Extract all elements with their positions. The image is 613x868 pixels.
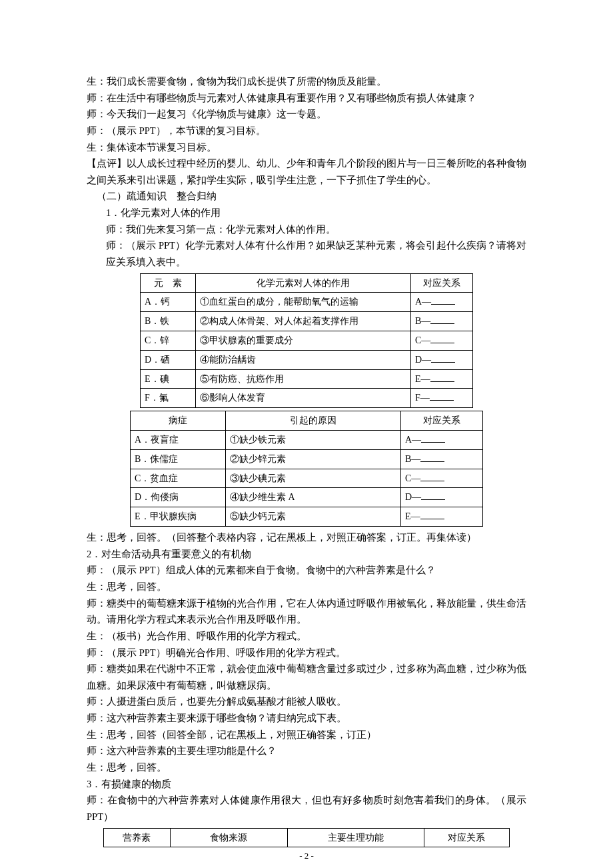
table-row: E．甲状腺疾病 ⑤缺少钙元素 E— <box>131 507 483 527</box>
para-teacher-12: 师：这六种营养素的主要生理功能是什么？ <box>87 743 526 759</box>
cell-answer: D— <box>401 488 483 507</box>
th-element: 元 素 <box>141 273 196 293</box>
table-row: E．碘 ⑤有防癌、抗癌作用 E— <box>141 369 473 389</box>
th-function: 主要生理功能 <box>287 828 424 847</box>
cell-answer: D— <box>411 350 473 369</box>
subsection-2: 2．对生命活动具有重要意义的有机物 <box>87 546 526 563</box>
para-student-4: 生：思考，回答。 <box>87 579 526 595</box>
cell: D．佝偻病 <box>131 488 226 507</box>
cell-answer: B— <box>401 449 483 469</box>
cell: ⑤缺少钙元素 <box>226 507 401 527</box>
para-student-2: 生：集体读本节课复习目标。 <box>87 139 526 156</box>
th-disease: 病症 <box>131 411 226 431</box>
para-teacher-2: 师：今天我们一起复习《化学物质与健康》这一专题。 <box>87 106 526 123</box>
cell: ③甲状腺素的重要成分 <box>196 331 411 351</box>
cell-answer: C— <box>401 469 483 488</box>
para-teacher-3: 师：（展示 PPT），本节课的复习目标。 <box>87 123 526 139</box>
para-student-6: 生：思考，回答（回答全部，记在黑板上，对照正确答案，订正） <box>87 727 526 743</box>
para-teacher-11: 师：这六种营养素主要来源于哪些食物？请归纳完成下表。 <box>87 710 526 727</box>
para-teacher-13: 师：在食物中的六种营养素对人体健康作用很大，但也有好多物质时刻危害着我们的身体。… <box>87 792 526 825</box>
cell-answer: B— <box>411 312 473 331</box>
cell: ①血红蛋白的成分，能帮助氧气的运输 <box>196 293 411 312</box>
cell-answer: F— <box>411 389 473 408</box>
page: 生：我们成长需要食物，食物为我们成长提供了所需的物质及能量。 师：在生活中有哪些… <box>0 0 613 868</box>
para-teacher-9: 师：糖类如果在代谢中不正常，就会使血液中葡萄糖含量过多或过少，过多称为高血糖，过… <box>87 661 526 693</box>
para-student-7: 生：思考，回答。 <box>87 759 526 776</box>
cell: B．铁 <box>141 312 196 331</box>
cell: ④缺少维生素 A <box>226 488 401 507</box>
table-row: C．锌 ③甲状腺素的重要成分 C— <box>141 331 473 351</box>
table-row: F．氟 ⑥影响人体发育 F— <box>141 389 473 408</box>
para-teacher-4: 师：我们先来复习第一点：化学元素对人体的作用。 <box>87 221 526 238</box>
table-row: 营养素 食物来源 主要生理功能 对应关系 <box>104 828 510 847</box>
cell-answer: A— <box>411 293 473 312</box>
para-teacher-6: 师：（展示 PPT）组成人体的元素都来自于食物。食物中的六种营养素是什么？ <box>87 562 526 579</box>
table-elements: 元 素 化学元素对人体的作用 对应关系 A．钙 ①血红蛋白的成分，能帮助氧气的运… <box>140 273 473 409</box>
cell: A．钙 <box>141 293 196 312</box>
cell: A．夜盲症 <box>131 431 226 450</box>
th-relation: 对应关系 <box>411 273 473 293</box>
table-row: D．佝偻病 ④缺少维生素 A D— <box>131 488 483 507</box>
th-relation: 对应关系 <box>401 411 483 431</box>
cell: B．侏儒症 <box>131 449 226 469</box>
section-heading-2: （二）疏通知识 整合归纳 <box>87 188 526 205</box>
cell-answer: E— <box>401 507 483 527</box>
para-student-3: 生：思考，回答。（回答整个表格内容，记在黑板上，对照正确答案，订正。再集体读） <box>87 529 526 546</box>
table-row: 元 素 化学元素对人体的作用 对应关系 <box>141 273 473 293</box>
table-diseases: 病症 引起的原因 对应关系 A．夜盲症 ①缺少铁元素 A— B．侏儒症 ②缺少锌… <box>130 411 483 527</box>
cell: ⑤有防癌、抗癌作用 <box>196 369 411 389</box>
subsection-1: 1．化学元素对人体的作用 <box>87 205 526 221</box>
cell: C．贫血症 <box>131 469 226 488</box>
para-teacher-10: 师：人摄进蛋白质后，也要先分解成氨基酸才能被人吸收。 <box>87 693 526 710</box>
table-row: D．硒 ④能防治龋齿 D— <box>141 350 473 369</box>
cell-answer: C— <box>411 331 473 351</box>
cell: D．硒 <box>141 350 196 369</box>
para-teacher-5: 师：（展示 PPT）化学元素对人体有什么作用？如果缺乏某种元素，将会引起什么疾病… <box>87 237 526 270</box>
cell: ④能防治龋齿 <box>196 350 411 369</box>
para-comment: 【点评】以人成长过程中经历的婴儿、幼儿、少年和青年几个阶段的图片与一日三餐所吃的… <box>87 155 526 188</box>
cell: C．锌 <box>141 331 196 351</box>
th-source: 食物来源 <box>170 828 287 847</box>
para-teacher-1: 师：在生活中有哪些物质与元素对人体健康具有重要作用？又有哪些物质有损人体健康？ <box>87 90 526 107</box>
th-effect: 化学元素对人体的作用 <box>196 273 411 293</box>
cell: ①缺少铁元素 <box>226 431 401 450</box>
cell: ②缺少锌元素 <box>226 449 401 469</box>
subsection-3: 3．有损健康的物质 <box>87 776 526 793</box>
table-row: A．夜盲症 ①缺少铁元素 A— <box>131 431 483 450</box>
cell-answer: A— <box>401 431 483 450</box>
table-nutrients-header: 营养素 食物来源 主要生理功能 对应关系 <box>103 828 510 848</box>
cell-answer: E— <box>411 369 473 389</box>
th-nutrient: 营养素 <box>104 828 171 847</box>
table-row: B．铁 ②构成人体骨架、对人体起着支撑作用 B— <box>141 312 473 331</box>
table-row: A．钙 ①血红蛋白的成分，能帮助氧气的运输 A— <box>141 293 473 312</box>
cell: E．甲状腺疾病 <box>131 507 226 527</box>
table-row: 病症 引起的原因 对应关系 <box>131 411 483 431</box>
table-row: B．侏儒症 ②缺少锌元素 B— <box>131 449 483 469</box>
cell: ②构成人体骨架、对人体起着支撑作用 <box>196 312 411 331</box>
table-row: C．贫血症 ③缺少碘元素 C— <box>131 469 483 488</box>
cell: ⑥影响人体发育 <box>196 389 411 408</box>
cell: F．氟 <box>141 389 196 408</box>
para-teacher-7: 师：糖类中的葡萄糖来源于植物的光合作用，它在人体内通过呼吸作用被氧化，释放能量，… <box>87 595 526 628</box>
para-teacher-8: 师：（展示 PPT）明确光合作用、呼吸作用的化学方程式。 <box>87 645 526 661</box>
th-cause: 引起的原因 <box>226 411 401 431</box>
page-number: - 2 - <box>0 849 613 863</box>
para-student-5: 生：（板书）光合作用、呼吸作用的化学方程式。 <box>87 628 526 645</box>
th-relation: 对应关系 <box>424 828 509 847</box>
para-student-1: 生：我们成长需要食物，食物为我们成长提供了所需的物质及能量。 <box>87 73 526 90</box>
cell: ③缺少碘元素 <box>226 469 401 488</box>
cell: E．碘 <box>141 369 196 389</box>
